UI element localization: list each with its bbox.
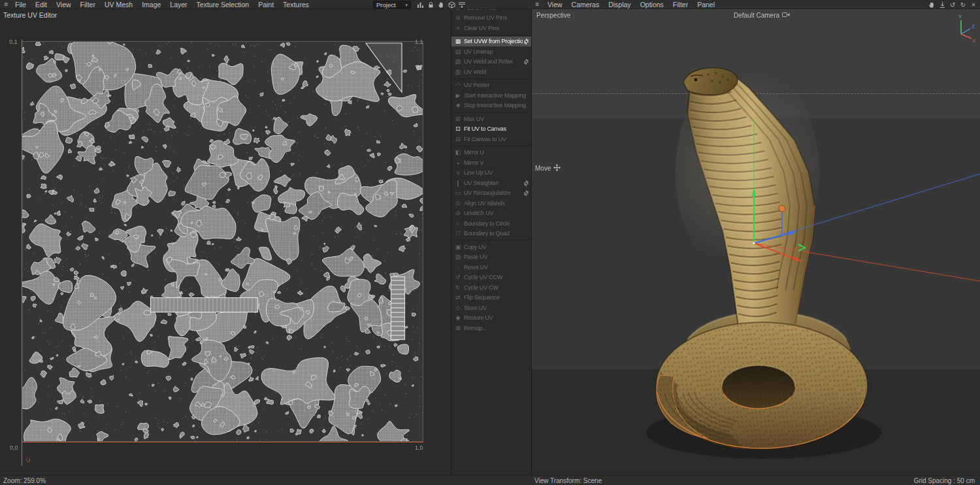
- menu-item-panel[interactable]: Panel: [693, 0, 719, 9]
- menu-item-texture-selection[interactable]: Texture Selection: [192, 0, 254, 9]
- chart-icon[interactable]: [416, 1, 425, 8]
- menu-item-options[interactable]: Options: [636, 0, 668, 9]
- command-label: Line Up UV: [464, 169, 493, 176]
- menu-item-edit[interactable]: Edit: [31, 0, 52, 9]
- command-line-up-uv: ≡Line Up UV: [451, 168, 531, 178]
- command-align-uv-islands: ⊙Align UV Islands: [451, 198, 531, 209]
- command-label: Flip Sequence: [464, 294, 500, 301]
- project-selector[interactable]: Project ▾: [373, 1, 411, 8]
- command-mirror-v: ◒Mirror V: [451, 158, 531, 168]
- uv-u-axis-label: U: [26, 457, 31, 463]
- command-label: Stop Interactive Mapping: [464, 102, 526, 109]
- command-group: ▣Copy UV▥Paste UV◌Reset UV↺Cycle UV CCW↻…: [451, 241, 531, 335]
- command-unstitch-uv: ⊘Unstitch UV: [451, 209, 531, 219]
- command-set-uvw-from-projection[interactable]: ▦Set UVW from Projection: [451, 37, 531, 47]
- command-fit-uv-to-canvas[interactable]: ⊡Fit UV to Canvas: [451, 124, 531, 135]
- project-selector-value: Project: [376, 1, 396, 8]
- menu-item-view[interactable]: View: [543, 0, 567, 9]
- uv-unwrap-icon: ▤: [454, 48, 462, 55]
- command-boundary-to-quad: □Boundary to Quad: [451, 229, 531, 239]
- mirror-v-icon: ◒: [454, 159, 462, 166]
- grid-spacing-status: Grid Spacing : 50 cm: [914, 477, 975, 484]
- menu-item-textures[interactable]: Textures: [278, 0, 314, 9]
- zoom-status: Zoom: 259.0%: [3, 477, 46, 484]
- store-uv-icon: ◇: [454, 305, 462, 311]
- gear-icon[interactable]: [523, 180, 530, 187]
- application-window: ≡ FileEditViewFilterUV MeshImageLayerTex…: [0, 0, 980, 485]
- orientation-axis-indicator: Y Z X: [955, 12, 977, 42]
- axis-label-x: X: [972, 38, 976, 42]
- viewport-toolbar-icons: ↺↻×: [927, 1, 978, 8]
- active-tool-label: Move: [535, 164, 561, 173]
- command-label: Boundary to Circle: [464, 220, 510, 227]
- uv-weld-icon: ▥: [454, 69, 462, 75]
- command-label: Cycle UV CCW: [464, 274, 502, 280]
- command-uv-weld-and-relax: ▧UV Weld and Relax: [451, 57, 531, 67]
- start-interactive-mapping-icon: ▶: [454, 92, 462, 99]
- command-uv-weld: ▥UV Weld: [451, 67, 531, 77]
- command-label: Set UVW from Projection: [464, 38, 526, 44]
- caret-down-icon: ▾: [405, 1, 408, 8]
- uv-corner-label-bottom-right: 1,0: [415, 444, 423, 451]
- uv-toolbar-icons: [416, 1, 466, 8]
- command-label: UV Weld: [464, 69, 486, 75]
- camera-icon: [782, 12, 790, 19]
- lock-icon[interactable]: [426, 1, 435, 8]
- menu-item-file[interactable]: File: [10, 0, 31, 9]
- layer-menu-icon[interactable]: [457, 1, 466, 8]
- menu-item-filter[interactable]: Filter: [76, 0, 100, 9]
- command-fit-canvas-to-uv: ⊟Fit Canvas to UV: [451, 134, 531, 144]
- uv-v-axis-line: [22, 39, 22, 466]
- command-label: Max UV: [464, 116, 484, 122]
- align-uv-islands-icon: ⊙: [454, 200, 462, 207]
- fit-uv-to-canvas-icon: ⊡: [454, 125, 462, 132]
- command-label: Align UV Islands: [464, 200, 505, 207]
- menu-item-cameras[interactable]: Cameras: [567, 0, 604, 9]
- command-label: Store UV: [464, 305, 487, 311]
- sync-icon[interactable]: ↻: [958, 1, 968, 8]
- set-uvw-projection-icon: ▦: [454, 38, 462, 44]
- uv-command-list: ⊕Add UV Pins⊖Remove UV Pins×Clear UV Pin…: [451, 2, 531, 335]
- uv-rectangularize-icon: ▭: [454, 190, 462, 196]
- command-group: ◠UV Peeler▶Start Interactive Mapping■Sto…: [451, 80, 531, 113]
- axis-label-z: Z: [972, 24, 975, 29]
- menu-item-image[interactable]: Image: [137, 0, 165, 9]
- menu-item-uv-mesh[interactable]: UV Mesh: [100, 0, 137, 9]
- camera-label-text: Default Camera: [734, 12, 779, 19]
- pan-hand-icon[interactable]: [436, 1, 446, 8]
- hamburger-icon[interactable]: ≡: [2, 0, 10, 9]
- gear-icon[interactable]: [523, 58, 530, 65]
- menu-item-filter[interactable]: Filter: [668, 0, 693, 9]
- gear-icon[interactable]: [523, 190, 530, 197]
- restore-uv-icon: ◆: [454, 314, 462, 321]
- command-label: UV Weld and Relax: [464, 58, 513, 65]
- menu-item-display[interactable]: Display: [604, 0, 635, 9]
- cube-icon[interactable]: [447, 1, 456, 8]
- command-copy-uv: ▣Copy UV: [451, 242, 531, 252]
- download-icon[interactable]: [938, 1, 947, 8]
- command-label: UV Unwrap: [464, 48, 493, 55]
- gear-icon[interactable]: [523, 38, 530, 45]
- command-label: Cycle UV CW: [464, 284, 498, 291]
- boundary-to-circle-icon: ○: [454, 220, 462, 227]
- viewport-hamburger-icon[interactable]: ≡: [533, 0, 542, 9]
- menu-item-view[interactable]: View: [52, 0, 76, 9]
- command-restore-uv: ◆Restore UV: [451, 313, 531, 324]
- uv-corner-label-bottom-left: 0,0: [10, 444, 18, 451]
- command-store-uv: ◇Store UV: [451, 303, 531, 313]
- menu-item-layer[interactable]: Layer: [165, 0, 191, 9]
- uv-canvas[interactable]: [22, 41, 423, 442]
- menu-item-paint[interactable]: Paint: [253, 0, 278, 9]
- command-cycle-uv-cw: ↻Cycle UV CW: [451, 282, 531, 293]
- texture-uv-editor-panel: Texture UV Editor 0,1 1,1 0,0 1,0 U: [0, 9, 450, 475]
- command-mirror-u: ◧Mirror U: [451, 148, 531, 158]
- camera-label[interactable]: Default Camera: [734, 12, 790, 19]
- close-icon[interactable]: ×: [969, 1, 978, 8]
- command-label: Mirror U: [464, 149, 484, 156]
- command-clear-uv-pins: ×Clear UV Pins: [451, 23, 531, 33]
- pan-hand-icon[interactable]: [927, 1, 936, 8]
- command-label: Start Interactive Mapping: [464, 92, 526, 99]
- history-icon[interactable]: ↺: [948, 1, 957, 8]
- command-label: Remove UV Pins: [464, 14, 507, 21]
- viewport-canvas[interactable]: [532, 9, 980, 475]
